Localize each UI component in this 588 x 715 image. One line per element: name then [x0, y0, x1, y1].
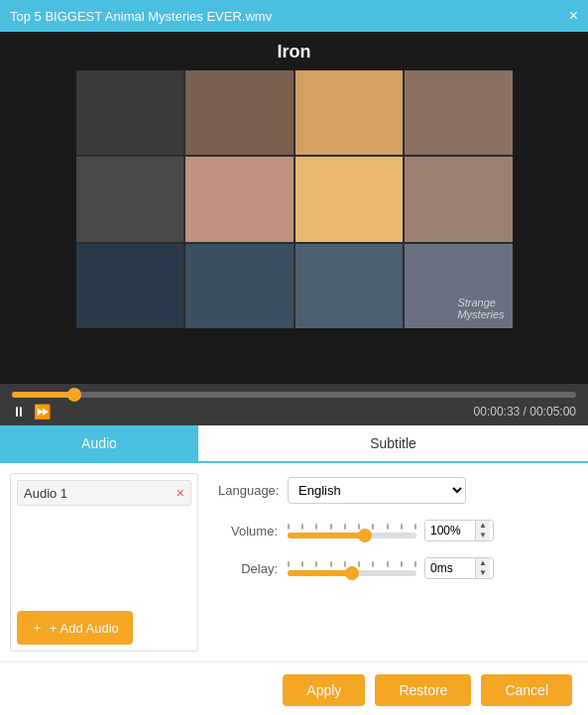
- video-watermark: StrangeMysteries: [457, 297, 504, 320]
- tick: [372, 524, 374, 530]
- panel-area: Audio Subtitle Audio 1 × ＋ + Add Audio L…: [0, 425, 588, 715]
- tick: [288, 561, 290, 567]
- audio-item: Audio 1 ×: [17, 480, 191, 506]
- volume-slider-track[interactable]: [288, 533, 416, 538]
- volume-input[interactable]: [425, 521, 475, 540]
- add-audio-label: + Add Audio: [50, 621, 119, 636]
- progress-thumb[interactable]: [67, 388, 81, 402]
- controls-left: ⏸ ⏩: [12, 404, 51, 419]
- restore-button[interactable]: Restore: [375, 674, 471, 706]
- audio-item-label: Audio 1: [24, 486, 67, 501]
- tab-audio[interactable]: Audio: [0, 425, 198, 461]
- controls-row: ⏸ ⏩ 00:00:33 / 00:05:00: [0, 398, 588, 425]
- tick: [315, 561, 317, 567]
- mosaic-cell: [295, 157, 404, 241]
- video-container: Iron StrangeMysteries: [0, 32, 588, 384]
- mosaic-cell: [76, 157, 184, 241]
- mosaic-grid: [76, 70, 513, 328]
- delay-down-button[interactable]: ▼: [476, 568, 490, 578]
- mosaic-cell: [295, 244, 404, 328]
- cancel-button[interactable]: Cancel: [481, 674, 572, 706]
- volume-up-button[interactable]: ▲: [476, 521, 490, 531]
- mosaic-cell: [185, 157, 294, 241]
- tick: [372, 561, 374, 567]
- panel-content: Audio 1 × ＋ + Add Audio Language: Englis…: [0, 463, 588, 661]
- mosaic-cell: [185, 244, 294, 328]
- language-row: Language: English French German Spanish …: [218, 477, 568, 504]
- delay-slider-wrapper: [288, 560, 416, 576]
- volume-spinner-arrows: ▲ ▼: [475, 521, 490, 540]
- add-audio-button[interactable]: ＋ + Add Audio: [17, 611, 133, 645]
- mosaic-cell: [405, 70, 513, 155]
- tick: [358, 561, 360, 567]
- delay-slider-fill: [288, 570, 352, 576]
- progress-fill: [12, 392, 74, 398]
- delay-slider-track[interactable]: [288, 570, 416, 576]
- tick: [301, 524, 303, 530]
- tick: [330, 524, 332, 530]
- tick: [344, 561, 346, 567]
- tick: [401, 561, 403, 567]
- volume-slider-thumb[interactable]: [358, 529, 372, 542]
- tick: [344, 524, 346, 530]
- delay-spinner: ▲ ▼: [424, 557, 494, 579]
- language-label: Language:: [218, 483, 288, 498]
- progress-track[interactable]: [12, 392, 576, 398]
- volume-tick-row: [288, 523, 416, 531]
- forward-button[interactable]: ⏩: [34, 404, 51, 419]
- audio-item-remove-button[interactable]: ×: [176, 485, 184, 501]
- tick: [401, 524, 403, 530]
- volume-down-button[interactable]: ▼: [476, 531, 490, 540]
- delay-control: ▲ ▼: [288, 557, 568, 579]
- mosaic-cell: [405, 157, 513, 241]
- volume-row: Volume:: [218, 520, 568, 541]
- progress-area: [0, 384, 588, 398]
- volume-slider-fill: [288, 533, 365, 538]
- volume-control: ▲ ▼: [288, 520, 568, 541]
- tick: [387, 561, 389, 567]
- tick: [414, 561, 416, 567]
- volume-slider-wrapper: [288, 523, 416, 538]
- mosaic-cell: [185, 70, 294, 155]
- add-icon: ＋: [31, 619, 44, 637]
- language-control: English French German Spanish Japanese C…: [288, 477, 568, 504]
- close-button[interactable]: ×: [569, 8, 578, 24]
- volume-label: Volume:: [218, 524, 288, 538]
- tick: [288, 524, 290, 530]
- delay-input[interactable]: [425, 558, 475, 578]
- tick: [414, 524, 416, 530]
- time-display: 00:00:33 / 00:05:00: [474, 405, 576, 418]
- tab-subtitle[interactable]: Subtitle: [198, 425, 588, 461]
- pause-button[interactable]: ⏸: [12, 404, 26, 419]
- delay-spinner-arrows: ▲ ▼: [475, 558, 490, 578]
- language-select[interactable]: English French German Spanish Japanese C…: [288, 477, 466, 504]
- tick: [358, 524, 360, 530]
- tabs-row: Audio Subtitle: [0, 425, 588, 463]
- bottom-bar: Apply Restore Cancel: [0, 661, 588, 715]
- video-preview: StrangeMysteries: [76, 70, 513, 328]
- delay-slider-thumb[interactable]: [345, 566, 359, 580]
- tick: [330, 561, 332, 567]
- title-bar-filename: Top 5 BIGGEST Animal Mysteries EVER.wmv: [10, 9, 272, 24]
- delay-label: Delay:: [218, 561, 288, 576]
- mosaic-cell: [76, 70, 184, 155]
- tick: [301, 561, 303, 567]
- video-title: Iron: [278, 42, 311, 62]
- delay-row: Delay:: [218, 557, 568, 579]
- tick: [315, 524, 317, 530]
- mosaic-cell: [295, 70, 404, 155]
- volume-spinner: ▲ ▼: [424, 520, 494, 541]
- tick: [387, 524, 389, 530]
- title-bar: Top 5 BIGGEST Animal Mysteries EVER.wmv …: [0, 0, 588, 32]
- mosaic-cell: [76, 244, 184, 328]
- delay-up-button[interactable]: ▲: [476, 558, 490, 568]
- audio-list-panel: Audio 1 × ＋ + Add Audio: [10, 473, 198, 652]
- apply-button[interactable]: Apply: [283, 674, 365, 706]
- audio-settings-panel: Language: English French German Spanish …: [208, 473, 578, 652]
